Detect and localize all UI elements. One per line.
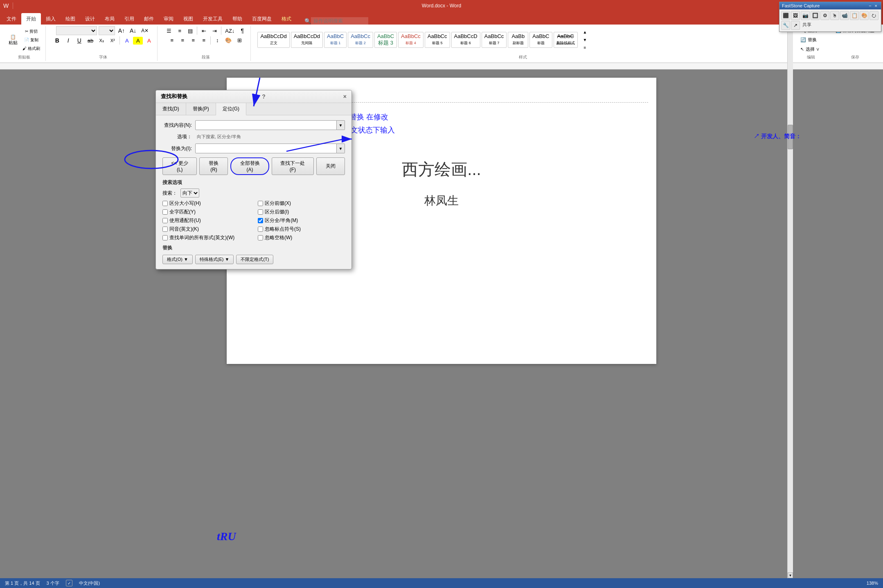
format-button[interactable]: 格式(O) ▼: [162, 255, 193, 264]
style-h7[interactable]: AaBbCc标题 7: [482, 32, 507, 48]
text-highlight-button[interactable]: A: [133, 37, 143, 45]
scrollbar-thumb[interactable]: [788, 125, 793, 149]
all-forms-checkbox[interactable]: [162, 235, 168, 240]
shading-button[interactable]: 🎨: [223, 36, 234, 45]
style-h6[interactable]: AaBbCcD标题 6: [451, 32, 480, 48]
multilevel-button[interactable]: ▤: [185, 27, 195, 35]
prefix-checkbox[interactable]: [258, 201, 263, 206]
find-input[interactable]: [195, 120, 337, 130]
style-h2[interactable]: AaBbCc标题 2: [348, 32, 373, 48]
replace-button[interactable]: 🔄 替换: [798, 36, 819, 44]
dialog-tab-find[interactable]: 查找(D): [156, 103, 186, 115]
tab-draw[interactable]: 绘图: [61, 13, 80, 25]
tab-mailings[interactable]: 邮件: [139, 13, 159, 25]
dialog-close-x-button[interactable]: ×: [343, 93, 347, 100]
bullets-button[interactable]: ☰: [164, 27, 174, 35]
style-h4[interactable]: AaBbCc标题 4: [398, 32, 423, 48]
style-delete[interactable]: AaBbC删除线样式: [554, 32, 578, 48]
fs-share[interactable]: ↗: [791, 21, 800, 30]
replace-dropdown[interactable]: ▼: [337, 144, 345, 153]
sort-button[interactable]: AZ↓: [223, 27, 237, 35]
style-title[interactable]: AaBbC标题: [529, 32, 552, 48]
close-dialog-button[interactable]: 关闭: [316, 157, 345, 175]
fs-btn-10[interactable]: ⭮: [869, 11, 878, 20]
font-size-select[interactable]: [99, 26, 115, 35]
dialog-tab-goto[interactable]: 定位(G): [216, 103, 246, 115]
replace-input[interactable]: [195, 144, 337, 153]
fs-btn-5[interactable]: ⚙: [820, 11, 829, 20]
fs-btn-9[interactable]: 🎨: [860, 11, 869, 20]
line-spacing-button[interactable]: ↕: [212, 36, 222, 45]
spelling-icon[interactable]: ✓: [66, 580, 72, 586]
faststone-close[interactable]: ×: [874, 3, 878, 8]
style-normal[interactable]: AaBbCcDd正文: [257, 32, 289, 48]
styles-more[interactable]: ≡: [580, 44, 590, 51]
subscript-button[interactable]: X₂: [97, 37, 106, 45]
style-h5[interactable]: AaBbCc标题 5: [425, 32, 450, 48]
font-family-select[interactable]: [56, 26, 97, 35]
tab-developer[interactable]: 开发工具: [198, 13, 228, 25]
halfwidth-checkbox[interactable]: [258, 218, 263, 223]
suffix-checkbox[interactable]: [258, 209, 263, 215]
copy-button[interactable]: 📄 复制: [20, 36, 42, 44]
style-h1[interactable]: AaBbC标题 1: [324, 32, 347, 48]
text-effect-button[interactable]: A: [122, 36, 132, 45]
less-button[interactable]: << 更少(L): [162, 157, 197, 175]
search-input[interactable]: [311, 17, 368, 25]
align-right-button[interactable]: ≡: [188, 36, 198, 45]
fs-btn-1[interactable]: ⬛: [781, 11, 790, 20]
style-h3[interactable]: AaBbC标题 3: [374, 32, 397, 48]
clear-format-button[interactable]: A✕: [140, 27, 150, 34]
underline-button[interactable]: U: [74, 36, 84, 45]
styles-scroll-down[interactable]: ▼: [580, 36, 590, 43]
borders-button[interactable]: ⊞: [234, 36, 244, 45]
tab-review[interactable]: 审阅: [159, 13, 178, 25]
strikethrough-button[interactable]: ab: [86, 36, 95, 45]
find-dropdown[interactable]: ▼: [337, 120, 345, 130]
fs-btn-3[interactable]: 📷: [801, 11, 810, 20]
tab-format[interactable]: 格式: [277, 13, 296, 25]
justify-button[interactable]: ≡: [199, 36, 209, 45]
tab-view[interactable]: 视图: [178, 13, 198, 25]
find-next-button[interactable]: 查找下一处(F): [272, 157, 314, 175]
paste-button[interactable]: 📋 粘贴: [7, 33, 20, 47]
fs-btn-7[interactable]: 📹: [840, 11, 849, 20]
increase-indent-button[interactable]: ⇥: [209, 27, 219, 35]
style-no-spacing[interactable]: AaBbCcDd无间隔: [291, 32, 323, 48]
fs-btn-2[interactable]: 🖼: [791, 11, 800, 20]
replace-one-button[interactable]: 替换(R): [199, 157, 228, 175]
italic-button[interactable]: I: [63, 36, 73, 45]
dialog-tab-replace[interactable]: 替换(P): [186, 103, 216, 115]
select-button[interactable]: ↖ 选择 ∨: [798, 45, 822, 54]
fs-btn-8[interactable]: 📋: [850, 11, 859, 20]
tab-baidu[interactable]: 百度网盘: [247, 13, 277, 25]
format-painter-button[interactable]: 🖌 格式刷: [20, 45, 42, 53]
punctuation-checkbox[interactable]: [258, 227, 263, 232]
tab-home[interactable]: 开始: [21, 13, 41, 25]
replace-all-button[interactable]: 全部替换(A): [230, 157, 269, 175]
wildcard-checkbox[interactable]: [162, 218, 168, 223]
superscript-button[interactable]: X²: [108, 37, 117, 44]
faststone-minimize[interactable]: −: [867, 3, 872, 8]
bold-button[interactable]: B: [52, 36, 62, 45]
fs-btn-11[interactable]: 🔧: [781, 21, 790, 30]
sounds-like-checkbox[interactable]: [162, 227, 168, 232]
cut-button[interactable]: ✂ 剪切: [20, 27, 42, 36]
shrink-font-button[interactable]: A↓: [128, 27, 138, 35]
show-marks-button[interactable]: ¶: [237, 26, 247, 35]
case-checkbox[interactable]: [162, 201, 168, 206]
tab-insert[interactable]: 插入: [41, 13, 61, 25]
tab-layout[interactable]: 布局: [100, 13, 119, 25]
font-color-button[interactable]: A: [144, 36, 154, 45]
scroll-down-arrow[interactable]: ▼: [788, 572, 793, 578]
tab-references[interactable]: 引用: [119, 13, 139, 25]
styles-scroll-up[interactable]: ▲: [580, 29, 590, 36]
tab-help[interactable]: 帮助: [228, 13, 247, 25]
decrease-indent-button[interactable]: ⇤: [199, 27, 209, 35]
dialog-close-button[interactable]: ?: [262, 93, 266, 100]
grow-font-button[interactable]: A↑: [117, 27, 126, 35]
search-direction-select[interactable]: 向下 向上 全部: [180, 189, 199, 197]
fs-btn-6[interactable]: 🖱: [830, 11, 839, 20]
spaces-checkbox[interactable]: [258, 235, 263, 240]
vertical-scrollbar[interactable]: ▲ ▼: [787, 11, 793, 578]
